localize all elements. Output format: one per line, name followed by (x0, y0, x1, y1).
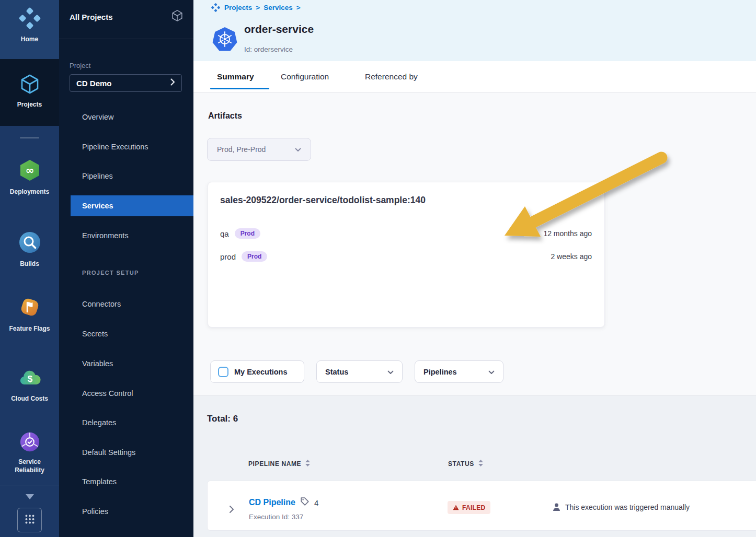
svg-text:∞: ∞ (25, 164, 34, 177)
breadcrumb: Projects > Services > (211, 3, 301, 13)
deploy-time: 12 months ago (543, 229, 592, 238)
rail-item-builds[interactable]: Builds (0, 230, 59, 268)
rail-label-cloud-costs: Cloud Costs (11, 395, 48, 403)
total-count: Total: 6 (207, 414, 238, 424)
service-header: Projects > Services > order-service Id: … (193, 0, 756, 61)
sidebar-item-policies[interactable]: Policies (59, 501, 193, 521)
status-badge-failed: FAILED (448, 501, 490, 514)
status-filter-dropdown[interactable]: Status (316, 360, 403, 383)
service-reliability-icon (19, 431, 41, 455)
sidebar-item-services[interactable]: Services (71, 195, 193, 216)
pipeline-name-header-label: PIPELINE NAME (248, 460, 301, 468)
my-executions-checkbox[interactable] (218, 367, 228, 377)
sidebar-item-connectors[interactable]: Connectors (59, 294, 193, 314)
sidebar-item-variables[interactable]: Variables (59, 354, 193, 373)
env-name: qa (220, 229, 229, 238)
column-header-status[interactable]: STATUS (448, 460, 483, 468)
service-id: Id: orderservice (244, 45, 293, 53)
tab-referenced-by[interactable]: Referenced by (365, 72, 418, 81)
sort-icon[interactable] (305, 460, 310, 468)
status-header-label: STATUS (448, 460, 474, 468)
sidebar-item-default-settings[interactable]: Default Settings (59, 442, 193, 462)
active-tab-underline (210, 88, 269, 89)
breadcrumb-services[interactable]: Services (264, 4, 293, 11)
all-projects-title[interactable]: All Projects (70, 13, 113, 21)
harness-logo-icon (18, 6, 42, 32)
sidebar-item-pipelines[interactable]: Pipelines (59, 166, 193, 186)
breadcrumb-separator: > (256, 4, 260, 11)
grid-icon (24, 513, 36, 528)
sort-icon[interactable] (478, 460, 483, 468)
artifacts-heading: Artifacts (208, 111, 242, 121)
env-type-badge: Prod (235, 228, 260, 239)
collapse-chevron-icon[interactable] (0, 494, 59, 504)
rail-item-feature-flags[interactable]: Feature Flags (0, 295, 59, 333)
sidebar-item-environments[interactable]: Environments (59, 226, 193, 246)
project-sidebar: All Projects Project CD Demo Overview Pi… (59, 0, 193, 537)
pipelines-filter-label: Pipelines (423, 368, 457, 376)
sidebar-item-secrets[interactable]: Secrets (59, 324, 193, 344)
status-filter-label: Status (325, 368, 348, 376)
sidebar-item-delegates[interactable]: Delegates (59, 413, 193, 433)
project-selector[interactable]: CD Demo (70, 74, 182, 92)
artifact-title: sales-209522/order-service/todolist-samp… (220, 195, 426, 206)
project-setup-section-label: PROJECT SETUP (82, 270, 139, 276)
rail-item-projects[interactable]: Projects (0, 59, 59, 126)
tag-count: 4 (314, 498, 318, 507)
sidebar-divider (59, 39, 193, 39)
chevron-down-icon (488, 367, 495, 377)
rail-item-deployments[interactable]: ∞ Deployments (0, 158, 59, 196)
sidebar-item-pipeline-executions[interactable]: Pipeline Executions (59, 137, 193, 157)
person-icon (552, 503, 561, 511)
rail-item-cloud-costs[interactable]: $ Cloud Costs (0, 365, 59, 403)
rail-label-home: Home (21, 36, 38, 44)
project-name: CD Demo (76, 79, 112, 88)
sidebar-item-file-store[interactable]: File Store (59, 531, 193, 537)
sidebar-item-overview[interactable]: Overview (59, 107, 193, 127)
app-grid-button[interactable] (17, 508, 42, 532)
rail-item-service-reliability[interactable]: Service Reliability (0, 431, 59, 474)
pipelines-filter-dropdown[interactable]: Pipelines (415, 360, 503, 383)
summary-content: Artifacts Prod, Pre-Prod sales-209522/or… (193, 93, 756, 537)
execution-table-row[interactable]: CD Pipeline 4 Execution Id: 337 FAILED T… (207, 481, 756, 531)
tab-summary[interactable]: Summary (217, 72, 254, 81)
cube-icon[interactable] (170, 9, 184, 25)
rail-item-home[interactable]: Home (0, 0, 59, 59)
artifact-env-row: prod Prod 2 weeks ago (220, 250, 592, 263)
column-header-pipeline-name[interactable]: PIPELINE NAME (248, 460, 310, 468)
artifact-card: sales-209522/order-service/todolist-samp… (208, 182, 605, 328)
kubernetes-icon (212, 27, 238, 55)
breadcrumb-projects[interactable]: Projects (224, 4, 252, 11)
projects-cube-icon (18, 73, 41, 98)
tab-configuration[interactable]: Configuration (281, 72, 329, 81)
sidebar-item-access-control[interactable]: Access Control (59, 383, 193, 403)
service-name-title: order-service (244, 23, 314, 36)
environment-filter-dropdown[interactable]: Prod, Pre-Prod (207, 138, 311, 161)
env-name: prod (220, 252, 236, 261)
expand-chevron-icon[interactable] (229, 505, 234, 516)
svg-text:$: $ (27, 374, 32, 384)
my-executions-filter[interactable]: My Executions (210, 360, 304, 383)
rail-label-feature-flags: Feature Flags (9, 325, 50, 333)
pipeline-link[interactable]: CD Pipeline (249, 498, 295, 507)
project-label: Project (70, 62, 90, 69)
breadcrumb-separator: > (296, 4, 301, 11)
chevron-right-icon (170, 78, 175, 88)
status-badge-label: FAILED (462, 504, 485, 511)
sidebar-item-templates[interactable]: Templates (59, 472, 193, 492)
harness-logo-icon-small (211, 3, 221, 13)
rail-label-builds: Builds (20, 260, 39, 268)
rail-label-service-reliability: Service Reliability (6, 458, 53, 474)
deployments-icon: ∞ (18, 158, 42, 184)
tab-bar: Summary Configuration Referenced by (193, 61, 756, 93)
feature-flags-icon (18, 295, 42, 321)
rail-label-deployments: Deployments (10, 188, 49, 196)
execution-id: Execution Id: 337 (249, 513, 303, 521)
chevron-down-icon (295, 145, 301, 154)
warning-triangle-icon (453, 505, 459, 510)
tag-icon (300, 497, 310, 508)
builds-icon (18, 230, 42, 256)
artifact-env-row: qa Prod 12 months ago (220, 227, 592, 240)
rail-label-projects: Projects (17, 101, 42, 109)
main-content: Projects > Services > order-service Id: … (193, 0, 756, 537)
